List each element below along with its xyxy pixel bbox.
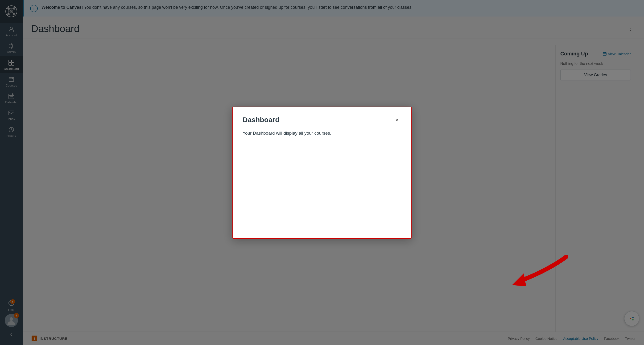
red-arrow-annotation — [502, 245, 568, 293]
modal-header: Dashboard × — [242, 116, 402, 124]
dashboard-modal: Dashboard × Your Dashboard will display … — [232, 107, 412, 239]
svg-marker-38 — [512, 273, 526, 286]
modal-overlay[interactable]: Dashboard × Your Dashboard will display … — [0, 0, 644, 345]
modal-body-text: Your Dashboard will display all your cou… — [242, 130, 402, 137]
modal-body: Your Dashboard will display all your cou… — [242, 130, 402, 137]
modal-close-button[interactable]: × — [393, 116, 402, 124]
modal-title: Dashboard — [242, 116, 280, 124]
